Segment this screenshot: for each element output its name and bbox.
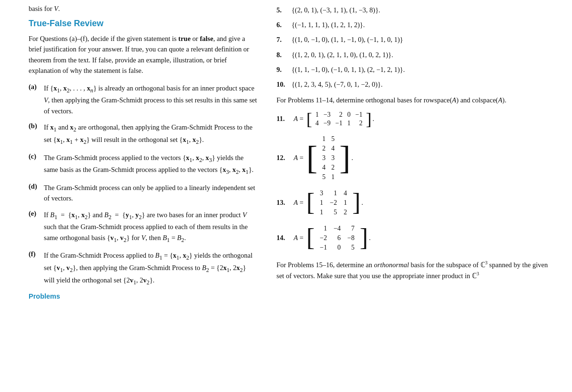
- item-8-text: {(1, 2, 0, 1), (2, 1, 1, 0), (1, 0, 2, 1…: [290, 50, 393, 60]
- num-13: 13.: [276, 199, 291, 207]
- bracket-left-14: [: [306, 227, 315, 249]
- qa-text-a: If {x1, x2, . . . , xn} is already an or…: [44, 83, 257, 117]
- intro-paragraph: For Questions (a)–(f), decide if the giv…: [29, 33, 257, 76]
- num-7: 7.: [276, 34, 290, 45]
- matrix-a-label-11: A =: [294, 115, 304, 123]
- period-14: .: [369, 234, 371, 242]
- bracket-right-13: ]: [352, 191, 360, 214]
- qa-text-e: If B1 = {x1, x2} and B2 = {y1, y2} are t…: [44, 210, 257, 245]
- period-13: .: [361, 199, 363, 207]
- basis-line: basis for V.: [29, 5, 257, 13]
- bracket-left-13: [: [306, 191, 315, 214]
- for-problems-1114: For Problems 11–14, determine orthogonal…: [276, 95, 553, 105]
- qa-item-a: (a) If {x1, x2, . . . , xn} is already a…: [29, 83, 257, 117]
- qa-label-c: (c): [29, 152, 44, 177]
- left-column: basis for V. True-False Review For Quest…: [0, 5, 267, 392]
- matrix-12: 1 5 2 4 3 3 4 2 5 1: [319, 134, 337, 182]
- matrix-11: 1 −3 2 0 −1 4 −9 −1 1 2: [313, 111, 365, 128]
- section-title: True-False Review: [29, 19, 257, 29]
- numbered-item-5: 5. {(2, 0, 1), (−3, 1, 1), (1, −3, 8)}.: [276, 5, 553, 16]
- bracket-left-11: [: [306, 111, 312, 128]
- matrix-a-label-12: A =: [294, 154, 304, 162]
- matrix-14: 1 −4 7 −2 6 −8 −1 0 5: [317, 224, 358, 252]
- qa-text-c: The Gram-Schmidt process applied to the …: [44, 152, 257, 177]
- matrix-a-label-14: A =: [294, 234, 304, 242]
- matrix-problem-12: 12. A = [ 1 5 2 4 3 3 4 2: [276, 134, 553, 182]
- bracket-right-12: ]: [339, 143, 350, 173]
- qa-label-b: (b): [29, 122, 44, 146]
- qa-label-a: (a): [29, 83, 44, 117]
- period-11: .: [372, 115, 374, 123]
- num-12: 12.: [276, 154, 291, 162]
- bracket-right-14: ]: [360, 227, 368, 249]
- item-10-text: {(1, 2, 3, 4, 5), (−7, 0, 1, −2, 0)}.: [290, 79, 383, 90]
- matrix-13: 3 1 4 1 −2 1 1 5 2: [317, 189, 350, 217]
- right-column: 5. {(2, 0, 1), (−3, 1, 1), (1, −3, 8)}. …: [267, 5, 572, 392]
- matrix-problem-14: 14. A = [ 1 −4 7 −2 6 −8 −1 0 5: [276, 224, 553, 252]
- item-7-text: {(1, 0, −1, 0), (1, 1, −1, 0), (−1, 1, 0…: [290, 34, 403, 45]
- bracket-left-12: [: [306, 143, 317, 173]
- num-6: 6.: [276, 20, 290, 30]
- num-9: 9.: [276, 64, 290, 75]
- num-14: 14.: [276, 234, 291, 242]
- page: basis for V. True-False Review For Quest…: [0, 0, 572, 392]
- num-8: 8.: [276, 50, 290, 60]
- matrix-problem-11: 11. A = [ 1 −3 2 0 −1 4 −9 −1 1 2: [276, 111, 553, 128]
- period-12: .: [351, 154, 353, 162]
- item-5-text: {(2, 0, 1), (−3, 1, 1), (1, −3, 8)}.: [290, 5, 380, 16]
- num-5: 5.: [276, 5, 290, 16]
- item-6-text: {(−1, 1, 1, 1), (1, 2, 1, 2)}.: [290, 20, 365, 30]
- qa-item-e: (e) If B1 = {x1, x2} and B2 = {y1, y2} a…: [29, 210, 257, 245]
- qa-label-d: (d): [29, 182, 44, 204]
- qa-text-b: If x1 and x2 are orthogonal, then applyi…: [44, 122, 257, 146]
- num-10: 10.: [276, 79, 290, 90]
- numbered-item-8: 8. {(1, 2, 0, 1), (2, 1, 1, 0), (1, 0, 2…: [276, 50, 553, 60]
- num-11: 11.: [276, 115, 291, 123]
- numbered-item-9: 9. {(1, 1, −1, 0), (−1, 0, 1, 1), (2, −1…: [276, 64, 553, 75]
- for-problems-1516: For Problems 15–16, determine an orthono…: [276, 259, 553, 281]
- matrix-a-label-13: A =: [294, 199, 304, 207]
- item-9-text: {(1, 1, −1, 0), (−1, 0, 1, 1), (2, −1, 2…: [290, 64, 405, 75]
- numbered-item-6: 6. {(−1, 1, 1, 1), (1, 2, 1, 2)}.: [276, 20, 553, 30]
- bracket-right-11: ]: [366, 111, 371, 128]
- qa-item-c: (c) The Gram-Schmidt process applied to …: [29, 152, 257, 177]
- qa-item-b: (b) If x1 and x2 are orthogonal, then ap…: [29, 122, 257, 146]
- qa-item-f: (f) If the Gram-Schmidt Process applied …: [29, 250, 257, 287]
- matrix-problem-13: 13. A = [ 3 1 4 1 −2 1 1 5 2: [276, 189, 553, 217]
- qa-label-f: (f): [29, 250, 44, 287]
- numbered-item-7: 7. {(1, 0, −1, 0), (1, 1, −1, 0), (−1, 1…: [276, 34, 553, 45]
- qa-item-d: (d) The Gram-Schmidt process can only be…: [29, 182, 257, 204]
- problems-label: Problems: [29, 292, 257, 300]
- qa-text-d: The Gram-Schmidt process can only be app…: [44, 182, 257, 204]
- numbered-item-10: 10. {(1, 2, 3, 4, 5), (−7, 0, 1, −2, 0)}…: [276, 79, 553, 90]
- qa-label-e: (e): [29, 210, 44, 245]
- qa-text-f: If the Gram-Schmidt Process applied to B…: [44, 250, 257, 287]
